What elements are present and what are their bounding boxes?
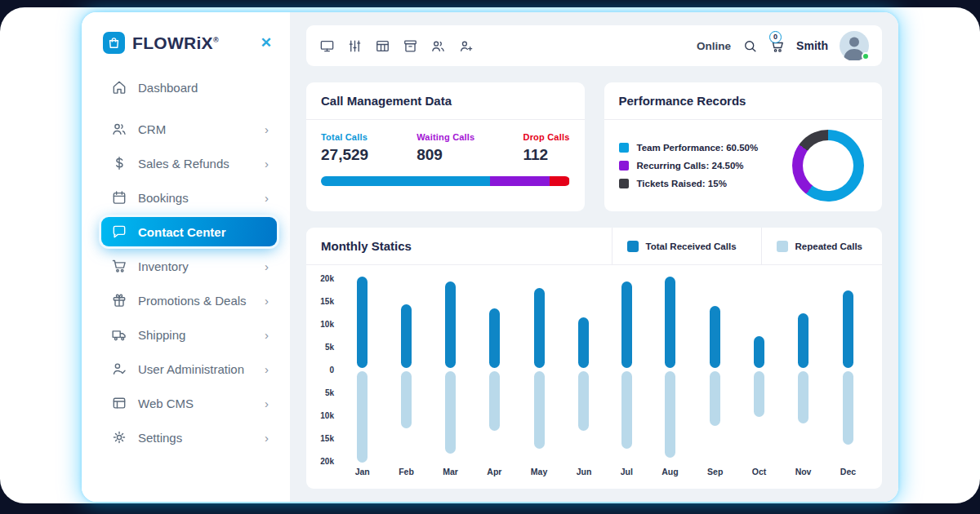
user-plus-icon[interactable] [458,38,474,54]
bar-repeated-calls[interactable] [445,371,456,454]
bar-total-received-calls[interactable] [754,336,764,368]
users-icon[interactable] [430,38,446,54]
bar-pair [489,278,500,461]
month-label: Sep [707,467,723,476]
monthly-legend: Total Received CallsRepeated Calls [592,228,867,264]
truck-icon [111,326,127,343]
bar-repeated-calls[interactable] [578,371,589,431]
app-window: FLOWRiX® ✕ DashboardCRM›Sales & Refunds›… [82,12,898,502]
bar-total-received-calls[interactable] [665,277,675,368]
legend-swatch [619,179,629,188]
user-name[interactable]: Smith [796,39,828,52]
legend-swatch [619,161,629,171]
bar-column-nov: Nov [795,278,812,476]
bar-repeated-calls[interactable] [665,371,675,458]
y-axis-tick: 0 [329,366,334,374]
bar-total-received-calls[interactable] [578,317,589,368]
bar-column-aug: Aug [662,278,678,476]
performance-donut-chart [792,130,864,202]
bar-pair [445,278,456,461]
monitor-icon[interactable] [319,38,335,54]
y-axis: 20k15k10k5k05k10k15k20k [313,278,341,461]
bar-repeated-calls[interactable] [798,371,808,423]
bar-column-oct: Oct [752,278,767,476]
bar-pair [710,278,720,461]
bar-total-received-calls[interactable] [621,281,632,368]
sidebar-item-dashboard[interactable]: Dashboard [101,73,277,102]
bar-pair [754,278,764,461]
close-sidebar-icon[interactable]: ✕ [257,33,275,53]
bar-repeated-calls[interactable] [754,371,764,417]
monthly-statics-header: Monthly Statics Total Received CallsRepe… [306,228,882,265]
bar-repeated-calls[interactable] [710,371,720,426]
legend-swatch [627,241,639,252]
chevron-right-icon: › [265,157,269,170]
bar-total-received-calls[interactable] [357,277,368,368]
topbar-tools [319,38,474,54]
window-icon [111,395,127,411]
sidebar-item-shipping[interactable]: Shipping› [101,320,277,349]
legend-swatch [619,143,629,153]
legend-team-performance: Team Performance: 60.50% [619,143,785,153]
search-icon[interactable] [742,38,758,54]
brand-name: FLOWRiX® [132,33,219,53]
y-axis-tick: 5k [325,388,334,397]
bar-repeated-calls[interactable] [489,371,500,431]
bar-column-apr: Apr [487,278,501,476]
sidebar-item-settings[interactable]: Settings› [101,423,277,452]
bar-repeated-calls[interactable] [534,371,545,449]
chat-icon [111,224,127,240]
y-axis-tick: 15k [320,297,334,306]
bar-total-received-calls[interactable] [445,281,456,368]
chevron-right-icon: › [265,192,269,204]
month-label: Jan [355,467,370,476]
bar-total-received-calls[interactable] [401,304,412,368]
bar-repeated-calls[interactable] [621,371,632,449]
y-axis-tick: 10k [320,411,334,420]
metric-label: Waiting Calls [416,132,474,142]
legend-recurring-calls: Recurring Calls: 24.50% [619,161,785,171]
month-label: Mar [443,467,458,476]
bar-repeated-calls[interactable] [843,371,853,445]
chevron-right-icon: › [265,397,269,410]
month-label: Dec [840,467,856,476]
chevron-right-icon: › [265,329,269,341]
archive-icon[interactable] [403,38,418,54]
monthly-bar-chart: 20k15k10k5k05k10k15k20k JanFebMarAprMayJ… [306,265,882,481]
table-icon[interactable] [375,38,390,54]
sidebar-item-user-administration[interactable]: User Administration› [101,354,277,383]
month-label: Jul [621,467,633,476]
bar-repeated-calls[interactable] [401,371,412,428]
avatar[interactable] [840,31,869,60]
sliders-icon[interactable] [347,38,363,54]
month-label: Feb [399,467,414,476]
bar-total-received-calls[interactable] [798,313,808,368]
sidebar-item-web-cms[interactable]: Web CMS› [101,388,277,418]
y-axis-tick: 20k [320,274,334,283]
metric-label: Total Calls [321,132,368,142]
metric-value: 27,529 [321,146,368,164]
bar-column-jan: Jan [355,278,370,476]
legend-label: Repeated Calls [795,241,862,251]
sidebar-item-contact-center[interactable]: Contact Center [101,217,277,246]
bar-repeated-calls[interactable] [357,371,368,463]
sidebar-item-sales-refunds[interactable]: Sales & Refunds› [101,148,277,178]
legend-text: Tickets Raised: 15% [637,179,727,188]
sidebar-item-bookings[interactable]: Bookings› [101,183,277,212]
sidebar-item-promotions-deals[interactable]: Promotions & Deals› [101,286,277,315]
bar-total-received-calls[interactable] [843,290,853,368]
bar-total-received-calls[interactable] [710,306,720,368]
bar-total-received-calls[interactable] [489,308,500,368]
bar-columns: JanFebMarAprMayJunJulAugSepOctNovDec [341,278,871,476]
summary-cards-row: Call Management Data Total Calls27,529Wa… [306,82,882,211]
sidebar-item-inventory[interactable]: Inventory› [101,251,277,281]
chevron-right-icon: › [265,432,269,444]
call-metrics: Total Calls27,529Waiting Calls809Drop Ca… [321,132,570,164]
bar-total-received-calls[interactable] [534,288,545,368]
sidebar-item-crm[interactable]: CRM› [101,114,277,144]
user-check-icon [111,361,127,377]
cart-icon[interactable]: 0 [769,38,785,54]
legend-label: Total Received Calls [646,241,737,251]
progress-segment [490,176,550,186]
sidebar-item-label: CRM [138,122,166,136]
